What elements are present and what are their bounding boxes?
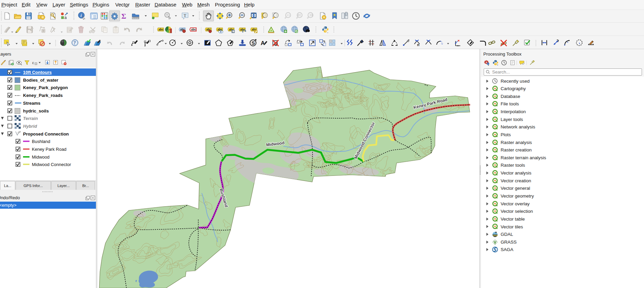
svg-text:S: S [251,40,255,46]
svg-text:A: A [261,40,265,46]
svg-text:a: a [64,15,67,20]
svg-text:i: i [81,13,82,18]
svg-text:T: T [184,13,186,18]
svg-text:abc: abc [191,28,196,31]
svg-text:GDAL: GDAL [493,234,498,236]
svg-text:?: ? [74,40,76,45]
svg-text:n: n [417,43,420,47]
svg-text:Σ: Σ [121,12,126,20]
svg-text:1:1: 1:1 [287,14,290,16]
svg-text:abc: abc [159,28,164,31]
svg-text:ε: ε [32,60,34,65]
